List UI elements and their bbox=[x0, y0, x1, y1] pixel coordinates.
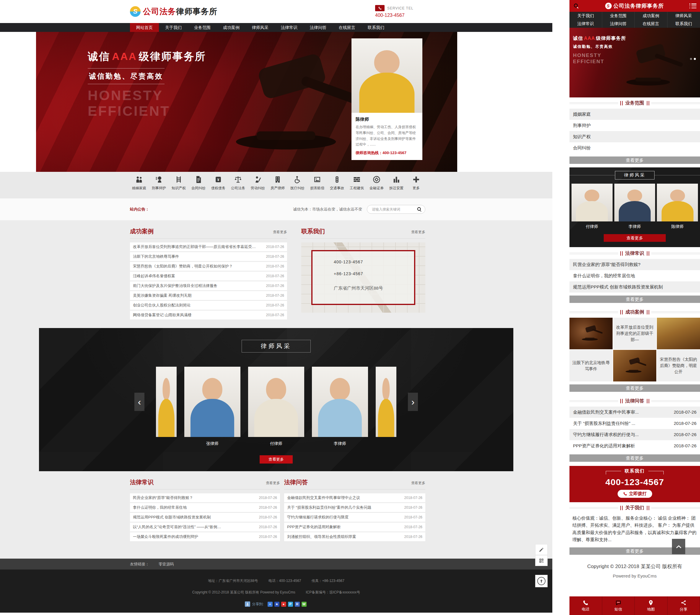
share-icon[interactable]: P bbox=[288, 602, 293, 607]
share-icon[interactable]: R bbox=[295, 602, 300, 607]
lawyer-slide[interactable]: 陈律师 bbox=[657, 184, 698, 229]
map[interactable]: 400-123-4567 +86-123-4567 广东省广州市天河区88号 bbox=[301, 242, 425, 313]
call-now-button[interactable]: 立即拨打 bbox=[617, 490, 652, 498]
nav-item[interactable]: 成功案例 bbox=[217, 23, 246, 32]
list-item[interactable]: 金融借款民刑交叉案件中民事审理中止之议 2018-07-26 bbox=[284, 493, 425, 502]
list-item[interactable]: 民营企业家的“原罪”能否得到救赎？ 2018-07-26 bbox=[130, 493, 280, 502]
list-item[interactable]: PPP资产证券化的适用对象解析 2018-07-26 bbox=[570, 440, 700, 451]
share-icon[interactable]: ★ bbox=[274, 602, 279, 607]
list-item[interactable]: 金融借款民刑交叉案件中民事审... 2018-07-26 bbox=[570, 406, 700, 418]
nav-item[interactable]: 律师风采 bbox=[667, 12, 700, 20]
nav-item[interactable]: 关于我们 bbox=[570, 12, 602, 20]
carousel-prev-icon[interactable]: ‹ bbox=[134, 393, 145, 411]
case-photo[interactable] bbox=[570, 318, 613, 349]
nav-item[interactable]: 业务范围 bbox=[188, 23, 217, 32]
lawyer-slide[interactable]: 李律师 bbox=[614, 184, 655, 229]
list-item[interactable]: 网络借贷备案登记 山雨欲来风满楼 2018-07-26 bbox=[130, 311, 287, 319]
nav-item[interactable]: 法律问答 bbox=[304, 23, 333, 32]
more-link[interactable]: 查看更多 bbox=[411, 481, 425, 486]
share-user-icon[interactable] bbox=[245, 601, 250, 607]
list-item[interactable]: 改革开放后首位受到刑事追究的正部级干部——原云南省省长李嘉廷受… 2018-07… bbox=[130, 242, 287, 251]
nav-item[interactable]: 关于我们 bbox=[159, 23, 188, 32]
case-title[interactable]: 改革开放后首位受到刑事追究的正部级干部— bbox=[613, 318, 656, 349]
view-more-button[interactable]: 查看更多 bbox=[570, 385, 700, 392]
feedback-icon[interactable] bbox=[535, 544, 548, 555]
list-item[interactable]: 拿什么证明你，我的经常居住地 bbox=[570, 270, 700, 281]
list-item[interactable]: 关于 “损害股东利益责任纠纷” ... 2018-07-26 bbox=[570, 418, 700, 429]
category-item[interactable]: 劳动纠纷 bbox=[249, 175, 267, 191]
view-more-button[interactable]: 查看更多 bbox=[570, 156, 700, 164]
list-item[interactable]: 吴英涉嫌集资诈骗案 死缓改判无期 2018-07-26 bbox=[130, 291, 287, 300]
nav-item[interactable]: 律师风采 bbox=[246, 23, 275, 32]
more-link[interactable]: 查看更多 bbox=[266, 481, 280, 486]
list-item[interactable]: 知识产权 bbox=[570, 131, 700, 142]
list-item[interactable]: 刘涌被控组织、领导黑社会性质组织罪案 2018-07-26 bbox=[284, 532, 425, 541]
back-to-top-icon[interactable] bbox=[672, 539, 685, 554]
category-item[interactable]: 婚姻家庭 bbox=[130, 175, 148, 191]
lawyer-slide[interactable]: 张律师 bbox=[184, 367, 240, 447]
site-logo[interactable]: S 公司法务 律师事务所 bbox=[130, 6, 217, 17]
view-more-button[interactable]: 查看更多 bbox=[604, 234, 666, 242]
category-item[interactable]: 交通事故 bbox=[328, 175, 346, 191]
carousel-partial-slide[interactable] bbox=[376, 367, 396, 437]
lawyer-slide[interactable]: 付律师 bbox=[248, 367, 304, 447]
list-item[interactable]: 拿什么证明你，我的经常居住地 2018-07-26 bbox=[130, 503, 280, 512]
list-item[interactable]: 刑事辩护 bbox=[570, 120, 700, 131]
list-item[interactable]: PPP资产证券化的适用对象解析 2018-07-26 bbox=[284, 523, 425, 531]
category-item[interactable]: 工程建筑 bbox=[348, 175, 366, 191]
list-item[interactable]: 以“人民的名义”论奇货可居的“违法性” ——从“首例… 2018-07-26 bbox=[130, 523, 280, 531]
list-item[interactable]: 婚姻家庭 bbox=[570, 109, 700, 120]
mobile-hero-banner[interactable]: 诚信AAA级律师事务所 诚信勤勉、尽责高效 HONESTY EFFICIENT bbox=[570, 28, 700, 98]
nav-item[interactable]: 在线留言 bbox=[635, 20, 667, 28]
share-icon[interactable]: + bbox=[267, 602, 273, 607]
footer-icp[interactable]: ICP备案编号：琼ICP备xxxxxxxx号 bbox=[306, 590, 360, 594]
category-item[interactable]: 刑事辩护 bbox=[150, 175, 168, 191]
back-to-top-icon[interactable] bbox=[535, 575, 548, 587]
list-item[interactable]: 关于 “损害股东利益责任纠纷”案件的几个实务问题 2018-07-26 bbox=[284, 503, 425, 512]
nav-item[interactable]: 网站首页 bbox=[130, 23, 159, 32]
nav-item[interactable]: 业务范围 bbox=[602, 12, 635, 20]
category-item[interactable]: 医疗纠纷 bbox=[288, 175, 307, 191]
category-item[interactable]: 金融证券 bbox=[367, 175, 386, 191]
view-more-button[interactable]: 查看更多 bbox=[570, 454, 700, 462]
nav-item[interactable]: 法律常识 bbox=[570, 20, 602, 28]
category-item[interactable]: 拆迁安置 bbox=[387, 175, 405, 191]
list-item[interactable]: 合同纠纷 bbox=[570, 142, 700, 153]
case-photo[interactable] bbox=[613, 350, 656, 381]
lawyer-slide[interactable]: 李律师 bbox=[312, 367, 368, 447]
more-link[interactable]: 查看更多 bbox=[411, 230, 425, 235]
case-title[interactable]: 法眼下的北京地铁辱骂事件 bbox=[570, 350, 613, 381]
category-item[interactable]: 更多 bbox=[407, 175, 425, 191]
friend-link[interactable]: 零壹源码 bbox=[159, 562, 174, 566]
hero-banner[interactable]: 诚信AAA级律师事务所 诚信勤勉、尽责高效 HONESTY EFFICIENT … bbox=[36, 32, 457, 172]
search-icon[interactable] bbox=[416, 206, 422, 212]
nav-item[interactable]: 联系我们 bbox=[667, 20, 700, 28]
more-link[interactable]: 查看更多 bbox=[273, 230, 287, 235]
nav-item[interactable]: 法律问答 bbox=[602, 20, 635, 28]
view-more-button[interactable]: 查看更多 bbox=[260, 455, 293, 464]
site-logo[interactable]: S 公司法务律师事务所 bbox=[579, 2, 689, 10]
view-more-button[interactable]: 查看更多 bbox=[570, 296, 700, 303]
carousel-next-icon[interactable]: › bbox=[408, 393, 418, 411]
category-item[interactable]: 公司法务 bbox=[229, 175, 247, 191]
menu-icon[interactable] bbox=[689, 3, 697, 8]
carousel-dots[interactable] bbox=[688, 58, 696, 60]
list-item[interactable]: 守约方继续履行请求权的行使与... 2018-07-26 bbox=[570, 429, 700, 440]
list-item[interactable]: 一场聚众斗殴致死案件的成功缓刑辩护 2018-07-26 bbox=[130, 532, 280, 541]
list-item[interactable]: 法眼下的北京地铁辱骂事件 2018-07-26 bbox=[130, 252, 287, 261]
tabbar-item[interactable]: 地图 bbox=[635, 597, 667, 615]
list-item[interactable]: 民营企业家的“原罪”能否得到救赎? bbox=[570, 259, 700, 270]
share-icon[interactable]: ● bbox=[281, 602, 286, 607]
nav-item[interactable]: 在线留言 bbox=[333, 23, 362, 32]
category-item[interactable]: 债权债务 bbox=[209, 175, 227, 191]
nav-item[interactable]: 成功案例 bbox=[635, 12, 667, 20]
list-item[interactable]: 前门大街保护及东片保护整治项目全过程法律服务 2018-07-26 bbox=[130, 281, 287, 290]
category-item[interactable]: 合同纠纷 bbox=[189, 175, 208, 191]
list-item[interactable]: 汪峰起诉卓伟名誉侵权案 2018-07-26 bbox=[130, 272, 287, 280]
qrcode-icon[interactable] bbox=[535, 555, 548, 566]
nav-item[interactable]: 联系我们 bbox=[362, 23, 390, 32]
tabbar-item[interactable]: 短信 bbox=[602, 597, 635, 615]
case-photo[interactable] bbox=[657, 318, 700, 349]
lawyer-slide[interactable]: 付律师 bbox=[572, 184, 613, 229]
category-item[interactable]: 损害赔偿 bbox=[308, 175, 326, 191]
